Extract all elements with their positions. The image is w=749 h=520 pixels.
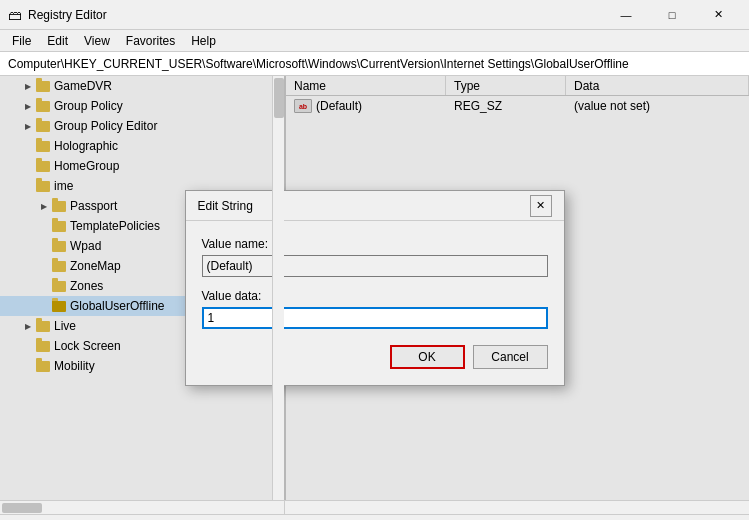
value-name-input[interactable] [202,255,548,277]
value-data-label: Value data: [202,289,548,303]
ok-button[interactable]: OK [390,345,465,369]
menu-bar: File Edit View Favorites Help [0,30,749,52]
dialog-title: Edit String [198,199,253,213]
menu-edit[interactable]: Edit [39,32,76,50]
value-data-input[interactable] [202,307,548,329]
status-bar [0,514,749,520]
address-path: Computer\HKEY_CURRENT_USER\Software\Micr… [8,57,629,71]
address-bar: Computer\HKEY_CURRENT_USER\Software\Micr… [0,52,749,76]
dialog-buttons: OK Cancel [202,345,548,373]
edit-string-dialog: Edit String ✕ Value name: Value data: OK… [185,190,565,386]
dialog-title-bar: Edit String ✕ [186,191,564,221]
menu-help[interactable]: Help [183,32,224,50]
menu-file[interactable]: File [4,32,39,50]
horizontal-scrollbar[interactable] [0,500,749,514]
cancel-button[interactable]: Cancel [473,345,548,369]
minimize-button[interactable]: — [603,0,649,30]
window-title: Registry Editor [28,8,107,22]
value-name-label: Value name: [202,237,548,251]
dialog-close-button[interactable]: ✕ [530,195,552,217]
menu-favorites[interactable]: Favorites [118,32,183,50]
app-icon: 🗃 [8,7,22,23]
close-button[interactable]: ✕ [695,0,741,30]
title-bar: 🗃 Registry Editor — □ ✕ [0,0,749,30]
menu-view[interactable]: View [76,32,118,50]
dialog-body: Value name: Value data: OK Cancel [186,221,564,385]
maximize-button[interactable]: □ [649,0,695,30]
dialog-overlay: Edit String ✕ Value name: Value data: OK… [0,76,749,500]
